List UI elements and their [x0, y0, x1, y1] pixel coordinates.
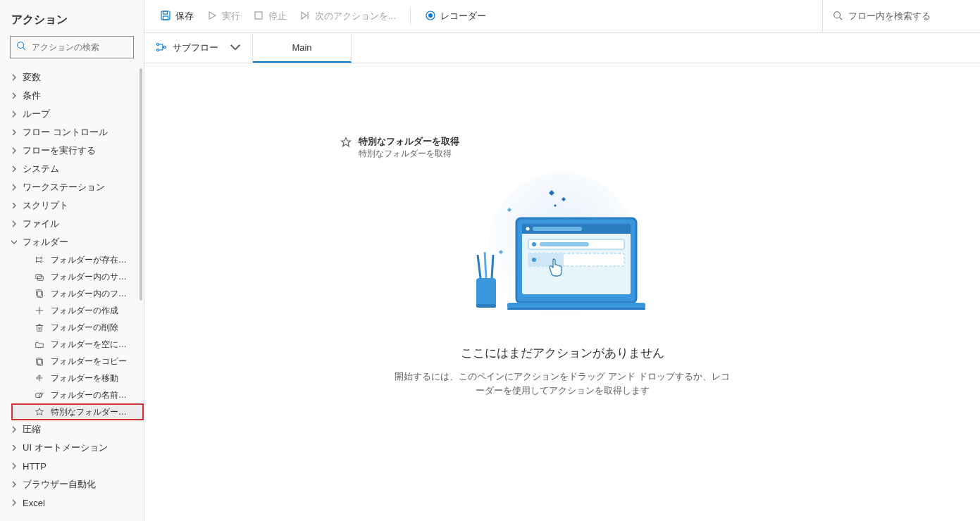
- svg-rect-55: [476, 278, 496, 306]
- trash-icon: [34, 322, 45, 333]
- svg-rect-56: [476, 304, 496, 308]
- actions-sidebar: アクション 変数条件ループフロー コントロールフローを実行するシステムワークステ…: [0, 0, 144, 521]
- chevron-right-icon: [10, 110, 18, 118]
- tree-group-0[interactable]: 変数: [0, 68, 144, 87]
- tree-group-1[interactable]: 条件: [0, 87, 144, 105]
- recorder-label: レコーダー: [440, 10, 486, 23]
- tree-group-12[interactable]: HTTP: [0, 457, 144, 475]
- tree-action-label: フォルダー内のファイ...: [51, 288, 128, 300]
- tree-group-label: ループ: [23, 108, 50, 120]
- star-icon: [340, 137, 352, 148]
- branch-icon: [34, 254, 45, 265]
- toolbar: 保存 実行 停止 次のアクションを... レコーダー: [144, 0, 980, 33]
- search-icon: [16, 41, 26, 54]
- tree-group-label: フローを実行する: [23, 144, 96, 157]
- tree-group-5[interactable]: システム: [0, 160, 144, 178]
- svg-point-52: [532, 258, 536, 262]
- svg-rect-23: [255, 12, 262, 19]
- chevron-right-icon: [10, 201, 18, 210]
- svg-marker-34: [342, 138, 351, 147]
- tree-group-label: UI オートメーション: [23, 441, 108, 454]
- star-icon: [34, 406, 45, 418]
- svg-rect-21: [163, 16, 168, 20]
- svg-rect-20: [163, 11, 168, 14]
- tree-action-plus[interactable]: フォルダーの作成: [0, 302, 144, 319]
- svg-rect-49: [540, 242, 589, 246]
- tree-action-move[interactable]: フォルダーを移動: [0, 370, 144, 387]
- empty-folder-icon: [34, 339, 45, 350]
- tree-group-14[interactable]: Excel: [0, 494, 144, 512]
- scrollbar-thumb[interactable]: [139, 68, 142, 301]
- chevron-down-icon: [230, 42, 241, 55]
- tree-action-label: フォルダーを空にする: [51, 339, 128, 351]
- svg-point-28: [834, 11, 841, 18]
- tree-group-label: フロー コントロール: [23, 126, 108, 139]
- chevron-right-icon: [10, 92, 18, 100]
- svg-line-57: [478, 255, 480, 278]
- next-label: 次のアクションを...: [315, 10, 396, 23]
- tree-action-label: フォルダーの名前を変...: [51, 389, 128, 401]
- subflow-dropdown[interactable]: サブフロー: [144, 33, 253, 63]
- svg-line-59: [492, 255, 493, 278]
- svg-point-32: [164, 46, 166, 48]
- plus-icon: [34, 305, 45, 316]
- svg-point-27: [428, 13, 433, 18]
- tree-group-4[interactable]: フローを実行する: [0, 142, 144, 160]
- tree-group-7[interactable]: スクリプト: [0, 196, 144, 215]
- stop-button[interactable]: 停止: [247, 6, 292, 27]
- svg-point-3: [40, 260, 42, 263]
- tree-action-rename[interactable]: フォルダーの名前を変...: [0, 387, 144, 403]
- tabs-bar: サブフロー Main: [144, 33, 980, 63]
- svg-marker-18: [36, 408, 44, 415]
- drag-action-subtitle: 特別なフォルダーを取得: [359, 148, 459, 160]
- tree-group-label: ファイル: [23, 218, 59, 230]
- run-button[interactable]: 実行: [201, 6, 246, 27]
- tree-action-empty-folder[interactable]: フォルダーを空にする: [0, 336, 144, 353]
- recorder-button[interactable]: レコーダー: [419, 6, 492, 27]
- empty-subtitle: 開始するには、このペインにアクションをドラッグ アンド ドロップするか、レコーダ…: [393, 370, 731, 397]
- next-action-button[interactable]: 次のアクションを...: [294, 6, 402, 27]
- chevron-right-icon: [10, 425, 18, 434]
- tree-group-8[interactable]: ファイル: [0, 215, 144, 233]
- save-button[interactable]: 保存: [154, 6, 199, 27]
- svg-rect-19: [161, 11, 170, 20]
- svg-rect-54: [507, 308, 645, 310]
- save-icon: [160, 10, 171, 23]
- empty-title: ここにはまだアクションがありません: [393, 345, 731, 361]
- chevron-right-icon: [10, 480, 18, 489]
- tree-action-copy[interactable]: フォルダーをコピー: [0, 353, 144, 370]
- sidebar-title: アクション: [11, 13, 132, 27]
- files-icon: [34, 288, 45, 299]
- svg-line-58: [485, 252, 486, 278]
- tree-group-label: 条件: [23, 89, 41, 102]
- stop-label: 停止: [268, 10, 287, 23]
- actions-search-input[interactable]: [32, 42, 128, 52]
- tree-action-subfolder[interactable]: フォルダー内のサブフ...: [0, 268, 144, 285]
- stop-icon: [253, 10, 264, 23]
- tree-group-label: HTTP: [23, 461, 46, 472]
- tree-group-9[interactable]: フォルダー: [0, 233, 144, 251]
- svg-marker-22: [209, 12, 216, 19]
- tree-group-11[interactable]: UI オートメーション: [0, 439, 144, 457]
- dragging-action-card[interactable]: 特別なフォルダーを取得 特別なフォルダーを取得: [340, 135, 459, 160]
- actions-search-box[interactable]: [10, 36, 134, 58]
- tab-main[interactable]: Main: [253, 33, 352, 63]
- flow-canvas[interactable]: 特別なフォルダーを取得 特別なフォルダーを取得: [144, 63, 980, 521]
- tree-action-star[interactable]: 特別なフォルダーを取...: [11, 403, 144, 420]
- tree-action-branch[interactable]: フォルダーが存在する...: [0, 251, 144, 268]
- flow-search-box[interactable]: フロー内を検索する: [833, 10, 970, 23]
- tree-group-6[interactable]: ワークステーション: [0, 178, 144, 196]
- tree-action-trash[interactable]: フォルダーの削除: [0, 319, 144, 336]
- empty-illustration: [449, 169, 675, 331]
- subflow-icon: [156, 42, 167, 55]
- tree-group-13[interactable]: ブラウザー自動化: [0, 475, 144, 494]
- tree-group-label: システム: [23, 163, 59, 175]
- flow-search-placeholder: フロー内を検索する: [848, 10, 931, 23]
- toolbar-separator: [410, 8, 411, 25]
- tree-group-10[interactable]: 圧縮: [0, 420, 144, 439]
- tree-group-3[interactable]: フロー コントロール: [0, 123, 144, 142]
- svg-point-31: [157, 49, 159, 51]
- tree-group-2[interactable]: ループ: [0, 105, 144, 123]
- tree-action-files[interactable]: フォルダー内のファイ...: [0, 285, 144, 302]
- tree-group-label: ブラウザー自動化: [23, 478, 96, 491]
